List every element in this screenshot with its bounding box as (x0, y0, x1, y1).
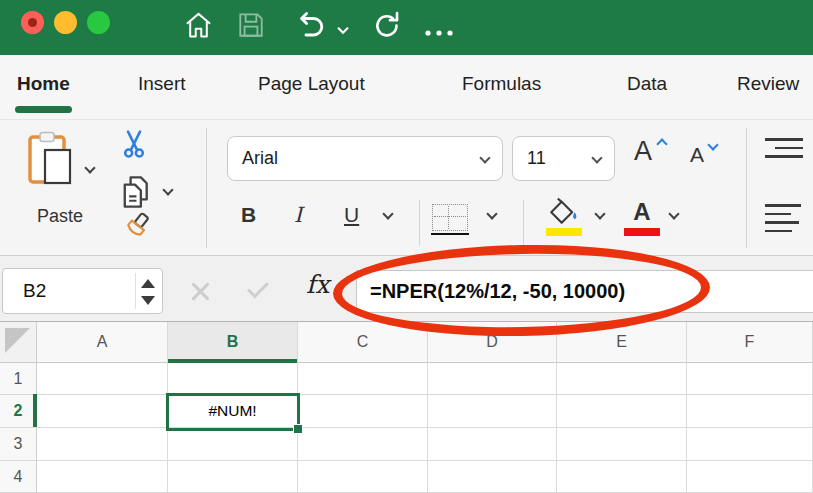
fill-color-button[interactable] (546, 196, 580, 230)
name-box-spinner[interactable] (141, 277, 155, 307)
cell-A1[interactable] (37, 363, 168, 395)
tab-insert[interactable]: Insert (138, 69, 186, 109)
ribbon-tab-bar: Home Insert Page Layout Formulas Data Re… (0, 55, 813, 120)
formula-text: =NPER(12%/12, -50, 10000) (370, 280, 625, 302)
unsaved-dot-icon (28, 18, 37, 27)
excel-window: Home Insert Page Layout Formulas Data Re… (0, 0, 813, 493)
increase-font-size-button[interactable]: A (634, 136, 652, 167)
cell-A3[interactable] (37, 428, 168, 461)
spinner-down-icon[interactable] (141, 296, 155, 305)
cell-F2[interactable] (687, 395, 813, 428)
cell-C1[interactable] (298, 363, 428, 395)
copy-dropdown-icon[interactable] (162, 184, 173, 195)
font-size-value: 11 (527, 148, 546, 168)
redo-icon[interactable] (372, 10, 403, 45)
cell-E2[interactable] (557, 395, 687, 428)
cell-D1[interactable] (428, 363, 557, 395)
group-divider (746, 128, 747, 248)
column-header-d[interactable]: D (428, 322, 557, 363)
paste-button[interactable]: Paste (22, 128, 112, 246)
cell-A4[interactable] (37, 461, 168, 493)
row-header-2[interactable]: 2 (0, 395, 37, 428)
paste-label: Paste (22, 206, 98, 227)
font-color-button[interactable]: A (624, 198, 660, 226)
ribbon: Paste Arial 11 A A B I (0, 120, 813, 256)
cancel-icon[interactable] (190, 281, 211, 302)
tab-page-layout[interactable]: Page Layout (258, 69, 365, 109)
column-header-e[interactable]: E (557, 322, 687, 363)
minimize-button[interactable] (54, 11, 77, 34)
cell-D3[interactable] (428, 428, 557, 461)
row-header-3[interactable]: 3 (0, 428, 37, 461)
caret-down-icon (707, 139, 718, 150)
cell-F3[interactable] (687, 428, 813, 461)
underline-button[interactable]: U (344, 203, 359, 227)
font-name-dropdown-icon (479, 152, 490, 163)
column-header-a[interactable]: A (37, 322, 168, 363)
row-header-1[interactable]: 1 (0, 363, 37, 395)
increase-font-label: A (634, 136, 652, 166)
fill-handle[interactable] (293, 424, 303, 434)
paste-dropdown-icon[interactable] (84, 162, 95, 173)
cell-F1[interactable] (687, 363, 813, 395)
bold-button[interactable]: B (241, 203, 256, 227)
column-header-b[interactable]: B (168, 322, 298, 363)
cell-E3[interactable] (557, 428, 687, 461)
selection-border (166, 393, 300, 431)
fill-color-swatch (546, 228, 582, 236)
font-name-value: Arial (242, 148, 278, 168)
undo-dropdown-icon[interactable] (336, 22, 350, 40)
font-color-dropdown-icon[interactable] (668, 208, 679, 219)
font-size-select[interactable]: 11 (512, 136, 615, 181)
cell-A2[interactable] (37, 395, 168, 428)
borders-button[interactable] (432, 204, 468, 231)
home-icon[interactable] (183, 10, 214, 45)
select-all-button[interactable] (0, 322, 37, 363)
font-name-select[interactable]: Arial (227, 136, 503, 181)
row-header-4[interactable]: 4 (0, 461, 37, 493)
format-painter-icon[interactable] (116, 210, 154, 250)
tab-review[interactable]: Review (737, 69, 799, 109)
cell-C2[interactable] (298, 395, 428, 428)
close-button[interactable] (21, 11, 44, 34)
cell-B1[interactable] (168, 363, 298, 395)
save-icon[interactable] (236, 10, 266, 44)
enter-check-icon[interactable] (247, 277, 269, 299)
fill-color-dropdown-icon[interactable] (594, 208, 605, 219)
zoom-button[interactable] (87, 11, 110, 34)
column-header-c[interactable]: C (298, 322, 428, 363)
grid-rows: 1 2 #NUM! 3 (0, 363, 813, 493)
row-1: 1 (0, 363, 813, 395)
cut-icon[interactable] (118, 126, 150, 164)
align-middle-button[interactable] (765, 138, 805, 164)
formula-input[interactable]: =NPER(12%/12, -50, 10000) (356, 270, 813, 313)
tab-formulas[interactable]: Formulas (462, 69, 541, 109)
decrease-font-size-button[interactable]: A (690, 143, 704, 167)
insert-function-icon[interactable]: fx (306, 270, 329, 299)
column-header-f[interactable]: F (687, 322, 813, 363)
cell-C4[interactable] (298, 461, 428, 493)
cell-C3[interactable] (298, 428, 428, 461)
cell-B3[interactable] (168, 428, 298, 461)
borders-dropdown-icon[interactable] (486, 208, 497, 219)
font-color-label: A (633, 198, 650, 225)
tab-home[interactable]: Home (17, 69, 70, 109)
cell-B4[interactable] (168, 461, 298, 493)
tab-data[interactable]: Data (627, 69, 667, 109)
cell-E4[interactable] (557, 461, 687, 493)
cell-E1[interactable] (557, 363, 687, 395)
more-icon[interactable] (424, 23, 456, 41)
copy-icon[interactable] (116, 173, 154, 215)
spinner-up-icon[interactable] (141, 279, 155, 288)
name-box[interactable]: B2 (2, 268, 163, 314)
font-size-dropdown-icon (591, 152, 602, 163)
decrease-font-label: A (690, 143, 704, 166)
align-left-button[interactable] (765, 204, 805, 238)
italic-button[interactable]: I (294, 203, 302, 227)
cell-D4[interactable] (428, 461, 557, 493)
group-divider (206, 128, 207, 248)
underline-dropdown-icon[interactable] (382, 208, 393, 219)
undo-icon[interactable] (292, 10, 325, 45)
cell-D2[interactable] (428, 395, 557, 428)
cell-F4[interactable] (687, 461, 813, 493)
